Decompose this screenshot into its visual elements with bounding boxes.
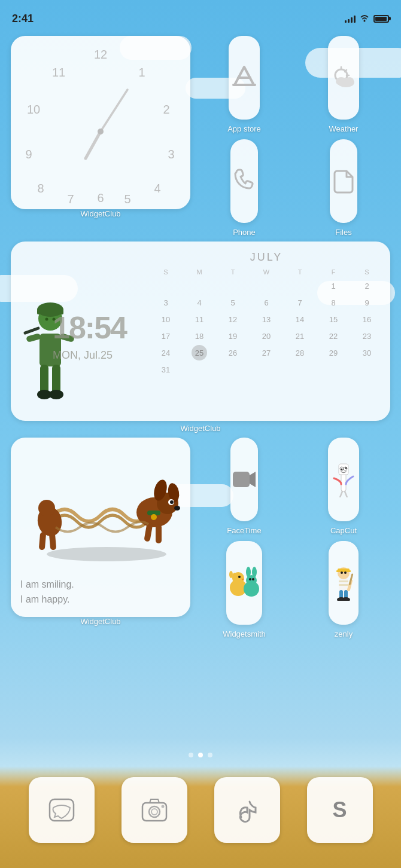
svg-point-52 — [151, 514, 157, 520]
svg-text:3: 3 — [168, 148, 174, 161]
weather-icon[interactable] — [328, 36, 359, 120]
cal-day — [292, 278, 308, 294]
zenly-svg — [329, 565, 359, 601]
app-store-icon[interactable] — [229, 36, 260, 120]
svg-text:9: 9 — [25, 148, 32, 161]
page-dot-3[interactable] — [208, 753, 212, 757]
cal-day: 12 — [225, 311, 241, 327]
facetime-label: FaceTime — [227, 526, 261, 535]
cal-day: 19 — [225, 328, 241, 344]
line-svg — [47, 796, 76, 824]
weather-label: Weather — [329, 124, 359, 133]
signal-bar-4 — [354, 16, 356, 23]
cal-day: 17 — [158, 328, 174, 344]
cal-day — [158, 278, 174, 294]
svg-rect-33 — [23, 326, 40, 335]
svg-point-68 — [238, 576, 241, 578]
svg-rect-40 — [39, 532, 47, 551]
page-dot-1[interactable] — [189, 753, 193, 757]
svg-point-37 — [49, 390, 63, 399]
cal-day: 4 — [192, 295, 207, 310]
cal-day-header: T — [217, 267, 249, 277]
capcut-icon[interactable] — [328, 438, 359, 521]
svg-line-13 — [86, 132, 101, 158]
zenly-label: zenly — [335, 629, 353, 638]
clock-widget-body[interactable]: 12 1 2 3 4 5 6 7 8 9 10 11 — [11, 36, 190, 209]
dock-line-icon[interactable] — [29, 777, 95, 843]
files-label: Files — [335, 228, 351, 237]
cal-day: 25 — [192, 345, 207, 360]
cal-day: 21 — [292, 328, 308, 344]
zenly-icon[interactable] — [329, 541, 359, 625]
phone-icon[interactable] — [230, 139, 258, 223]
svg-point-71 — [246, 567, 251, 577]
widgetsmith-label: Widgetsmith — [223, 629, 266, 638]
svg-text:10: 10 — [27, 103, 40, 116]
files-icon[interactable] — [330, 139, 357, 223]
status-bar: 2:41 — [0, 0, 401, 30]
svg-text:5: 5 — [124, 192, 130, 203]
cal-day — [259, 278, 274, 294]
slinky-widget[interactable]: I am smiling. I am happy. — [11, 438, 190, 617]
cal-day: 6 — [259, 295, 274, 310]
signal-icon — [345, 14, 356, 23]
app-store-svg — [229, 62, 260, 93]
cal-day — [192, 278, 207, 294]
svg-point-72 — [252, 567, 257, 577]
cal-month: JULY — [150, 251, 383, 264]
cal-day: 18 — [192, 328, 207, 344]
dock-tiktok-icon[interactable] — [214, 777, 280, 843]
cal-day: 16 — [359, 311, 375, 327]
cal-day: 11 — [192, 311, 207, 327]
tiktok-svg — [233, 796, 262, 824]
widgetsmith-svg — [226, 565, 262, 601]
cal-day-header: S — [150, 267, 182, 277]
cal-day: 7 — [292, 295, 308, 310]
row2: 18:54 MON, Jul.25 JULY SMTWTFS1234567891… — [11, 242, 390, 433]
phone-label: Phone — [233, 228, 256, 237]
cal-day-header: S — [351, 267, 383, 277]
svg-point-61 — [345, 467, 347, 469]
cal-day-header: M — [183, 267, 215, 277]
svg-point-74 — [252, 578, 254, 580]
clock-svg: 12 1 2 3 4 5 6 7 8 9 10 11 — [17, 42, 184, 203]
signal-bar-3 — [351, 17, 353, 23]
cal-day: 8 — [326, 295, 341, 310]
page-dot-2[interactable] — [198, 753, 203, 757]
cal-day: 15 — [326, 311, 341, 327]
cal-day: 20 — [259, 328, 274, 344]
calendar-widget[interactable]: 18:54 MON, Jul.25 JULY SMTWTFS1234567891… — [11, 242, 390, 421]
svg-text:6: 6 — [97, 191, 104, 203]
capcut-label: CapCut — [330, 526, 357, 535]
svg-point-39 — [38, 500, 55, 516]
cal-day: 1 — [326, 278, 341, 294]
dock-s-icon[interactable]: S — [307, 777, 373, 843]
svg-text:2: 2 — [163, 103, 169, 116]
soldier-svg — [20, 286, 80, 411]
svg-rect-76 — [339, 580, 348, 582]
battery-icon — [373, 15, 389, 23]
svg-point-15 — [98, 129, 104, 135]
cal-day-header: F — [317, 267, 350, 277]
slinky-text1: I am smiling. I am happy. — [20, 577, 181, 607]
main-content: 12 1 2 3 4 5 6 7 8 9 10 11 — [0, 30, 401, 868]
cal-day: 9 — [359, 295, 375, 310]
svg-rect-77 — [339, 584, 348, 586]
dock-camera-icon[interactable] — [121, 777, 187, 843]
svg-line-14 — [101, 90, 127, 132]
slinky-dog-svg — [17, 444, 184, 581]
wifi-icon — [359, 14, 370, 24]
cal-day: 2 — [359, 278, 375, 294]
cal-day: 5 — [225, 295, 241, 310]
svg-rect-80 — [336, 570, 351, 572]
svg-point-93 — [161, 805, 164, 808]
widgetsmith-icon[interactable] — [226, 541, 262, 625]
svg-point-29 — [45, 318, 48, 321]
cal-date: MON, Jul.25 — [53, 349, 113, 362]
files-svg — [330, 167, 357, 195]
svg-rect-31 — [26, 333, 41, 343]
facetime-icon[interactable] — [230, 438, 258, 521]
cal-day-header: W — [250, 267, 282, 277]
page-dots — [0, 753, 401, 757]
cal-day — [225, 278, 241, 294]
